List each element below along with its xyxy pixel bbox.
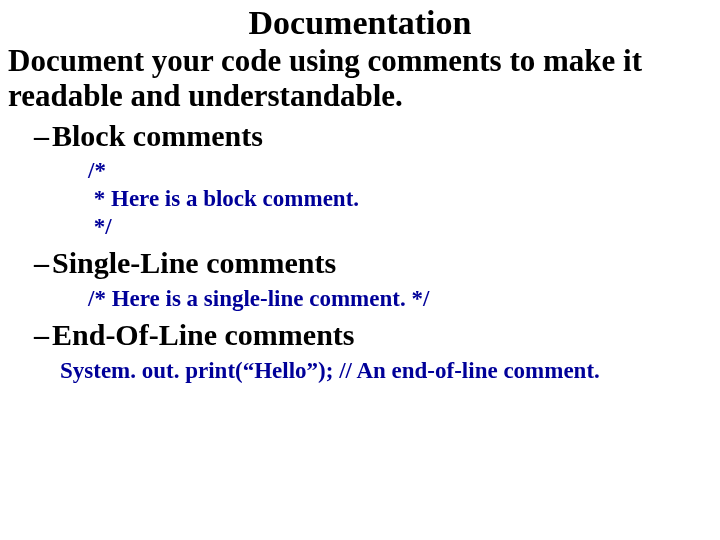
- dash-icon: –: [34, 119, 49, 153]
- bullet-label: End-Of-Line comments: [52, 318, 355, 352]
- slide: Documentation Document your code using c…: [0, 0, 720, 540]
- dash-icon: –: [34, 246, 49, 280]
- slide-title: Documentation: [0, 0, 720, 42]
- bullet-label: Block comments: [52, 119, 263, 153]
- bullet-label: Single-Line comments: [52, 246, 336, 280]
- code-block-comment: /* * Here is a block comment. */: [0, 157, 720, 240]
- intro-text: Document your code using comments to mak…: [0, 42, 720, 113]
- dash-icon: –: [34, 318, 49, 352]
- bullet-block-comments: – Block comments: [0, 119, 720, 153]
- code-end-of-line: System. out. print(“Hello”); // An end-o…: [0, 358, 720, 384]
- bullet-single-line: – Single-Line comments: [0, 246, 720, 280]
- code-single-line: /* Here is a single-line comment. */: [0, 286, 720, 312]
- bullet-end-of-line: – End-Of-Line comments: [0, 318, 720, 352]
